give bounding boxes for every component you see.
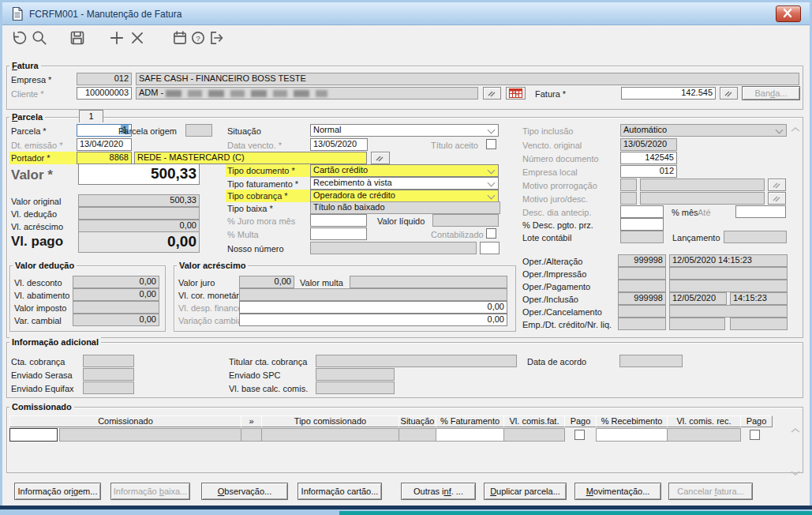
vl-desconto-label: Vl. desconto <box>14 278 62 288</box>
ate-field[interactable] <box>735 205 786 218</box>
grid-tipo-comissionado-cell[interactable] <box>261 428 399 442</box>
movimentacao-button[interactable]: Movimentação... <box>574 483 661 500</box>
valor-original-label: Valor original <box>11 197 61 206</box>
calendar-button[interactable] <box>171 29 190 48</box>
document-icon <box>10 6 29 25</box>
cor-monetaria-label: Vl. cor. monetária <box>178 291 246 300</box>
parcela-legend: Parcela <box>9 112 45 122</box>
fatura-number-field[interactable]: 142.545 <box>621 87 716 100</box>
motivo-prorrogacao-lookup-button[interactable] <box>768 179 786 191</box>
informacao-origem-button[interactable]: Informação origem... <box>14 483 101 500</box>
save-button[interactable] <box>69 29 88 48</box>
valor-liquido-field <box>432 214 499 227</box>
motivo-juro-lookup-button[interactable] <box>768 192 786 205</box>
fatura-lookup-button[interactable] <box>720 87 738 100</box>
emp-dt-credito-label: Emp./Dt. crédito/Nr. liq. <box>522 320 612 329</box>
valor-field[interactable]: 500,33 <box>78 164 200 185</box>
undo-button[interactable] <box>9 29 28 48</box>
col-header-pago-fat[interactable]: Pago <box>564 415 597 427</box>
portador-code-field[interactable]: 8868 <box>77 152 132 164</box>
tipo-baixa-field: Título não baixado <box>310 201 500 214</box>
dt-emissao-field[interactable]: 13/04/2020 <box>77 138 132 151</box>
close-button[interactable] <box>776 6 801 22</box>
col-header-pago-rec[interactable]: Pago <box>740 415 773 427</box>
lote-contabil-label: Lote contábil <box>522 233 571 242</box>
grid-scroll-up-icon[interactable] <box>790 427 801 434</box>
cliente-lookup-button[interactable] <box>483 87 501 100</box>
tipo-faturamento-combo[interactable]: Recebimento à vista <box>310 177 499 190</box>
parcela-tab-1[interactable]: 1 <box>79 110 103 122</box>
valor-juro-field: 0,00 <box>239 276 294 288</box>
help-button[interactable]: ? <box>189 29 208 48</box>
variacao-cambial-field[interactable]: 0,00 <box>239 314 507 326</box>
scroll-down-icon[interactable] <box>790 470 801 476</box>
portador-label: Portador * <box>9 152 77 164</box>
col-header-vl-comis-fat[interactable]: Vl. comis.fat. <box>503 415 565 427</box>
duplicar-parcela-button[interactable]: Duplicar parcela... <box>484 483 567 500</box>
background-window-edge <box>339 511 812 515</box>
grid-pago-rec-checkbox[interactable] <box>750 430 760 440</box>
lookup-icon <box>720 88 737 99</box>
multa-field[interactable] <box>310 227 367 240</box>
vl-pago-field: 0,00 <box>78 231 200 253</box>
titulo-aceito-checkbox[interactable] <box>486 139 496 149</box>
grid-pago-fat-checkbox[interactable] <box>574 430 585 440</box>
grid-pct-recebimento-cell[interactable] <box>596 428 668 442</box>
table-grid-icon <box>507 88 525 99</box>
numero-documento-field[interactable]: 142545 <box>620 152 677 164</box>
col-header-vl-comis-rec[interactable]: Vl. comis. rec. <box>667 415 741 427</box>
col-header-situacao[interactable]: Situação <box>399 415 436 427</box>
svg-text:?: ? <box>196 34 200 43</box>
data-acordo-label: Data de acordo <box>527 357 586 367</box>
multa-label: % Multa <box>227 230 259 239</box>
lancamento-field <box>724 231 787 243</box>
vl-acrescimo-label: Vl. acréscimo <box>11 222 63 231</box>
vl-deducao-field <box>78 207 200 220</box>
client-accounts-button[interactable] <box>506 87 526 100</box>
tipo-cobranca-combo[interactable]: Operadora de crédito <box>310 190 499 202</box>
vl-abatimento-field: 0,00 <box>73 288 159 301</box>
grid-situacao-cell[interactable] <box>399 428 436 442</box>
desp-financeira-field[interactable]: 0,00 <box>239 301 507 314</box>
cliente-code-field[interactable]: 100000003 <box>77 87 132 100</box>
col-header-expand[interactable]: » <box>241 415 262 427</box>
grid-comissionado-cell[interactable] <box>59 428 241 442</box>
col-header-pct-recebimento[interactable]: % Recebimento <box>596 415 668 427</box>
grid-row-selector-cell[interactable] <box>9 428 58 442</box>
window-title: FCRFM001 - Manutenção de Fatura <box>29 9 181 20</box>
juro-mora-field[interactable] <box>310 214 367 227</box>
situacao-combo[interactable]: Normal <box>310 124 499 137</box>
contabilizado-checkbox[interactable] <box>486 228 496 239</box>
col-header-tipo-comissionado[interactable]: Tipo comissionado <box>261 415 399 427</box>
add-button[interactable] <box>108 29 127 48</box>
plus-icon <box>108 29 127 47</box>
col-header-comissionado[interactable]: Comissionado <box>9 415 241 427</box>
col-header-pct-faturamento[interactable]: % Faturamento <box>436 415 504 427</box>
nosso-numero-extra-field[interactable] <box>480 242 500 254</box>
portador-lookup-button[interactable] <box>371 152 390 164</box>
cta-cobranca-label: Cta. cobrança <box>11 357 65 367</box>
undo-icon <box>9 29 28 47</box>
grid-vl-comis-fat-cell[interactable] <box>503 428 565 442</box>
outras-inf-button[interactable]: Outras inf. ... <box>401 483 476 500</box>
motivo-prorrogacao-field <box>640 179 765 191</box>
delete-button[interactable] <box>129 29 148 48</box>
portador-name-field[interactable]: REDE - MASTERCARD (C) <box>134 152 367 164</box>
desc-dia-antecip-field[interactable] <box>620 205 664 218</box>
desc-pgto-prz-field[interactable] <box>620 218 664 231</box>
empresa-local-field[interactable]: 012 <box>620 165 677 178</box>
observacao-button[interactable]: Observação... <box>201 483 288 500</box>
scroll-up-icon[interactable] <box>790 126 801 133</box>
enviado-equifax-label: Enviado Equifax <box>11 384 74 393</box>
grid-vl-comis-rec-cell[interactable] <box>667 428 741 442</box>
numero-documento-label: Número documento <box>522 154 599 164</box>
data-acordo-field <box>619 355 683 367</box>
grid-expand-cell[interactable] <box>241 428 262 442</box>
search-button[interactable] <box>31 29 50 48</box>
grid-pct-faturamento-cell[interactable] <box>436 428 504 442</box>
informacao-cartao-button[interactable]: Informação cartão... <box>297 483 382 500</box>
data-vencto-field[interactable]: 13/05/2020 <box>310 138 368 151</box>
tipo-documento-combo[interactable]: Cartão crédito <box>310 164 499 177</box>
vencto-original-label: Vencto. original <box>522 141 582 150</box>
exit-button[interactable] <box>208 29 226 48</box>
